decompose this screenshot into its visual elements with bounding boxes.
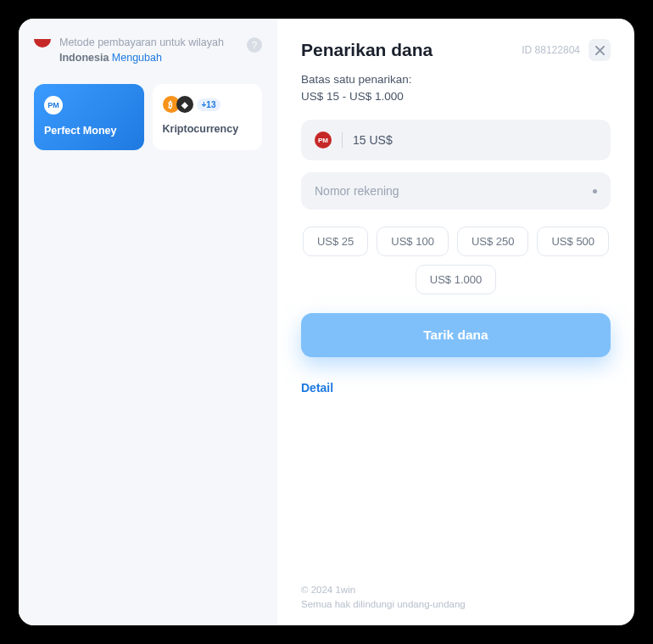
amount-input[interactable]: PM 15 US$ <box>301 120 611 160</box>
help-icon[interactable]: ? <box>247 37 262 53</box>
preset-100[interactable]: US$ 100 <box>377 227 449 256</box>
limits-label: Batas satu penarikan: <box>301 73 412 86</box>
withdrawal-modal: Metode pembayaran untuk wilayah Indonesi… <box>19 19 634 625</box>
detail-link[interactable]: Detail <box>301 381 611 395</box>
header-row: Penarikan dana ID 88122804 <box>301 39 611 61</box>
flag-icon <box>34 39 51 48</box>
limits-range: US$ 15 - US$ 1.000 <box>301 90 404 103</box>
method-perfect-money[interactable]: PM Perfect Money <box>34 84 144 150</box>
method-icon-row: ₿ ◆ +13 <box>163 96 253 113</box>
divider <box>342 132 343 148</box>
preset-500[interactable]: US$ 500 <box>537 227 609 256</box>
perfect-money-icon: PM <box>315 132 332 148</box>
perfect-money-icon: PM <box>44 96 63 115</box>
region-selector: Metode pembayaran untuk wilayah Indonesi… <box>34 36 262 65</box>
main-panel: Penarikan dana ID 88122804 Batas satu pe… <box>277 19 634 625</box>
ethereum-icon: ◆ <box>176 96 193 113</box>
footer-rights: Semua hak dilindungi undang-undang <box>301 597 611 612</box>
preset-1000[interactable]: US$ 1.000 <box>416 265 496 294</box>
method-icon-row: PM <box>44 96 134 115</box>
transaction-id: ID 88122804 <box>522 44 580 56</box>
close-button[interactable] <box>589 39 611 61</box>
method-cryptocurrency[interactable]: ₿ ◆ +13 Kriptocurrency <box>153 84 263 150</box>
account-placeholder: Nomor rekening <box>315 184 399 198</box>
method-label: Perfect Money <box>44 125 134 137</box>
payment-method-grid: PM Perfect Money ₿ ◆ +13 Kriptocurrency <box>34 84 262 150</box>
region-label: Metode pembayaran untuk wilayah <box>59 36 224 48</box>
header-right: ID 88122804 <box>522 39 611 61</box>
method-label: Kriptocurrency <box>163 123 253 135</box>
sidebar: Metode pembayaran untuk wilayah Indonesi… <box>19 19 277 625</box>
footer: © 2024 1win Semua hak dilindungi undang-… <box>301 583 611 613</box>
withdraw-button[interactable]: Tarik dana <box>301 313 611 357</box>
footer-copyright: © 2024 1win <box>301 583 611 597</box>
close-icon <box>595 46 605 55</box>
amount-value: 15 US$ <box>353 133 393 147</box>
region-country: Indonesia <box>59 52 109 64</box>
preset-25[interactable]: US$ 25 <box>303 227 368 256</box>
preset-amounts: US$ 25 US$ 100 US$ 250 US$ 500 US$ 1.000 <box>301 227 611 294</box>
region-text: Metode pembayaran untuk wilayah Indonesi… <box>59 36 238 65</box>
region-change-link[interactable]: Mengubah <box>112 52 162 64</box>
page-title: Penarikan dana <box>301 40 433 60</box>
more-count-badge: +13 <box>197 98 221 111</box>
preset-250[interactable]: US$ 250 <box>457 227 529 256</box>
limits-text: Batas satu penarikan: US$ 15 - US$ 1.000 <box>301 71 611 104</box>
account-number-input[interactable]: Nomor rekening <box>301 172 611 210</box>
dot-icon <box>593 189 597 193</box>
